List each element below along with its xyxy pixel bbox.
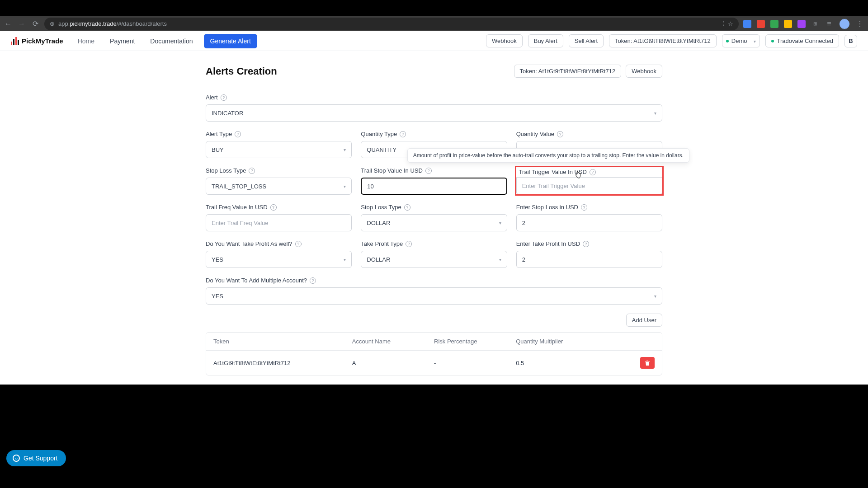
url-domain: pickmytrade.trade bbox=[70, 20, 116, 27]
label-stop-loss-type-2: Stop Loss Type bbox=[361, 204, 401, 211]
trail-trigger-input-wrap bbox=[516, 177, 662, 194]
reload-icon[interactable]: ⟳ bbox=[31, 19, 40, 28]
webhook-button[interactable]: Webhook bbox=[486, 34, 523, 47]
chevron-down-icon: ▾ bbox=[499, 257, 501, 262]
help-icon[interactable]: ? bbox=[221, 94, 227, 101]
webhook-chip-button[interactable]: Webhook bbox=[626, 65, 662, 78]
ext-icon-1[interactable] bbox=[743, 20, 751, 28]
nav-payment[interactable]: Payment bbox=[105, 38, 139, 45]
url-prefix: app. bbox=[58, 20, 70, 27]
buy-alert-button[interactable]: Buy Alert bbox=[528, 34, 563, 47]
take-profit-type-select[interactable]: DOLLAR▾ bbox=[361, 251, 507, 268]
field-enter-take-profit: Enter Take Profit In USD? bbox=[516, 240, 662, 268]
puzzle-icon[interactable]: ⊞ bbox=[811, 20, 819, 28]
take-profit-q-select[interactable]: YES▾ bbox=[206, 251, 352, 268]
help-icon[interactable]: ? bbox=[581, 204, 587, 211]
bookmark-icon[interactable]: ☆ bbox=[728, 20, 733, 27]
nav-home[interactable]: Home bbox=[73, 38, 99, 45]
ext-icon-2[interactable] bbox=[757, 20, 765, 28]
token-display: Token: At1tGt9tTt8tWtEt8tYtMtRt712 bbox=[609, 34, 717, 47]
help-icon[interactable]: ? bbox=[400, 131, 406, 137]
back-icon[interactable]: ← bbox=[4, 19, 13, 28]
connection-label: Tradovate Connected bbox=[777, 38, 833, 44]
label-multi-account: Do You Want To Add Multiple Account? bbox=[206, 277, 307, 284]
kebab-icon[interactable]: ⋮ bbox=[855, 19, 864, 28]
app-topbar: PickMyTrade Home Payment Documentation G… bbox=[0, 31, 868, 51]
trail-trigger-input[interactable] bbox=[522, 183, 656, 189]
alert-type-select[interactable]: BUY▾ bbox=[206, 141, 352, 158]
page: PickMyTrade Home Payment Documentation G… bbox=[0, 31, 868, 385]
stop-loss-type-select[interactable]: TRAIL_STOP_LOSS▾ bbox=[206, 178, 352, 195]
label-quantity-type: Quantity Type bbox=[361, 131, 397, 137]
enter-stop-loss-input[interactable] bbox=[522, 220, 656, 226]
delete-row-button[interactable] bbox=[640, 357, 655, 369]
profile-avatar[interactable] bbox=[839, 19, 850, 29]
chevron-down-icon: ▾ bbox=[654, 294, 656, 299]
label-take-profit-q: Do You Want Take Profit As well? bbox=[206, 240, 292, 247]
help-icon[interactable]: ? bbox=[310, 277, 316, 284]
forward-icon: → bbox=[17, 19, 26, 28]
label-trail-freq: Trail Freq Value In USD bbox=[206, 204, 268, 211]
label-quantity-value: Quantity Value bbox=[516, 131, 554, 137]
chevron-down-icon: ▾ bbox=[344, 184, 346, 189]
field-alert-type: Alert Type? BUY▾ bbox=[206, 131, 352, 158]
multi-account-select[interactable]: YES▾ bbox=[206, 287, 662, 305]
browser-chrome: ← → ⟳ ⊕ app.pickmytrade.trade/#/dashboar… bbox=[0, 0, 868, 31]
generate-alert-button[interactable]: Generate Alert bbox=[204, 34, 257, 48]
ext-icon-4[interactable] bbox=[784, 20, 792, 28]
field-take-profit-type: Take Profit Type? DOLLAR▾ bbox=[361, 240, 507, 268]
help-icon[interactable]: ? bbox=[295, 241, 302, 247]
th-risk: Risk Percentage bbox=[434, 338, 516, 345]
translate-icon[interactable]: ⛶ bbox=[718, 20, 724, 27]
stop-loss-type-2-select[interactable]: DOLLAR▾ bbox=[361, 214, 507, 231]
field-multi-account: Do You Want To Add Multiple Account?? YE… bbox=[206, 277, 662, 305]
help-icon[interactable]: ? bbox=[590, 169, 596, 175]
trail-stop-input-wrap bbox=[361, 178, 507, 195]
add-user-button[interactable]: Add User bbox=[626, 314, 662, 327]
field-alert: Alert? INDICATOR▾ bbox=[206, 94, 662, 122]
help-icon[interactable]: ? bbox=[425, 168, 432, 174]
help-icon[interactable]: ? bbox=[249, 168, 255, 174]
trash-icon bbox=[645, 360, 650, 366]
accounts-table: Token Account Name Risk Percentage Quant… bbox=[206, 332, 662, 375]
field-trail-stop-value: Trail Stop Value In USD? bbox=[361, 167, 507, 195]
field-take-profit-q: Do You Want Take Profit As well?? YES▾ bbox=[206, 240, 352, 268]
url-path: /#/dashboard/alerts bbox=[117, 20, 167, 27]
user-badge[interactable]: B bbox=[844, 35, 857, 47]
field-enter-stop-loss: Enter Stop Loss in USD? bbox=[516, 204, 662, 231]
help-icon[interactable]: ? bbox=[270, 204, 277, 211]
trail-stop-input[interactable] bbox=[367, 183, 500, 190]
table-header: Token Account Name Risk Percentage Quant… bbox=[206, 333, 662, 351]
enter-take-profit-input-wrap bbox=[516, 251, 662, 268]
field-stop-loss-type-2: Stop Loss Type? DOLLAR▾ bbox=[361, 204, 507, 231]
label-take-profit-type: Take Profit Type bbox=[361, 240, 403, 247]
field-stop-loss-type: Stop Loss Type? TRAIL_STOP_LOSS▾ bbox=[206, 167, 352, 195]
url-input[interactable]: ⊕ app.pickmytrade.trade/#/dashboard/aler… bbox=[44, 18, 739, 30]
nav-documentation[interactable]: Documentation bbox=[146, 38, 197, 45]
help-icon[interactable]: ? bbox=[406, 241, 412, 247]
alert-select[interactable]: INDICATOR▾ bbox=[206, 104, 662, 122]
enter-take-profit-input[interactable] bbox=[522, 256, 656, 263]
ext-icon-3[interactable] bbox=[770, 20, 778, 28]
brand-logo[interactable]: PickMyTrade bbox=[11, 37, 63, 45]
chevron-down-icon: ▾ bbox=[344, 257, 346, 262]
ext-icon-5[interactable] bbox=[797, 20, 806, 28]
connection-status: Tradovate Connected bbox=[765, 34, 839, 47]
chevron-down-icon: ▾ bbox=[344, 147, 346, 152]
trail-freq-input[interactable] bbox=[212, 220, 346, 226]
account-select[interactable]: Demo ▾ bbox=[722, 34, 760, 47]
hamburger-icon[interactable]: ≡ bbox=[825, 19, 834, 28]
help-icon[interactable]: ? bbox=[404, 204, 410, 211]
sell-alert-button[interactable]: Sell Alert bbox=[569, 34, 604, 47]
page-title: Alerts Creation bbox=[206, 66, 277, 77]
label-alert-type: Alert Type bbox=[206, 131, 232, 137]
field-trail-trigger: Amount of profit in price-value before t… bbox=[516, 167, 662, 195]
help-icon[interactable]: ? bbox=[557, 131, 563, 137]
brand-bars-icon bbox=[11, 37, 19, 45]
chevron-down-icon: ▾ bbox=[754, 38, 756, 43]
help-icon[interactable]: ? bbox=[235, 131, 241, 137]
label-alert: Alert bbox=[206, 94, 218, 101]
help-icon[interactable]: ? bbox=[583, 241, 589, 247]
th-account: Account Name bbox=[352, 338, 434, 345]
th-token: Token bbox=[213, 338, 352, 345]
